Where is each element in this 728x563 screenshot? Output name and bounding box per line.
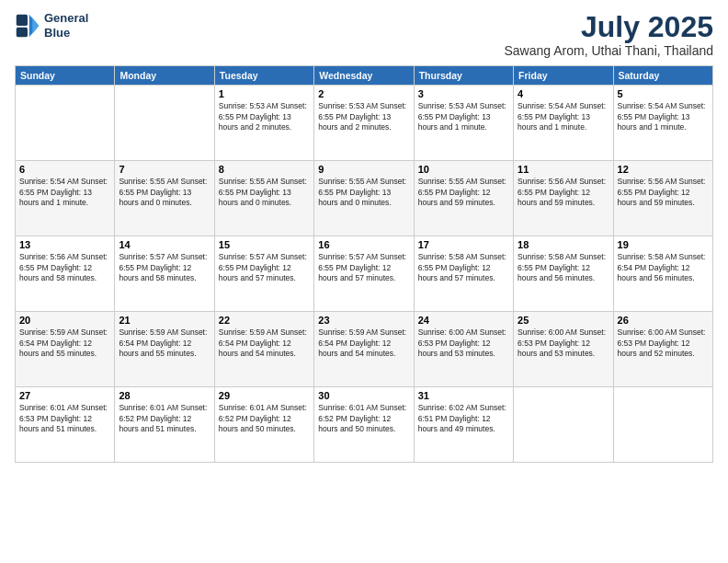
day-info: Sunrise: 5:55 AM Sunset: 6:55 PM Dayligh… [318, 177, 409, 208]
calendar-cell: 17Sunrise: 5:58 AM Sunset: 6:55 PM Dayli… [414, 236, 513, 312]
calendar-cell [613, 387, 712, 463]
svg-rect-2 [17, 27, 28, 37]
day-number: 21 [119, 315, 210, 326]
day-info: Sunrise: 5:59 AM Sunset: 6:54 PM Dayligh… [219, 327, 310, 359]
day-info: Sunrise: 5:58 AM Sunset: 6:54 PM Dayligh… [618, 252, 709, 283]
calendar-cell: 7Sunrise: 5:55 AM Sunset: 6:55 PM Daylig… [115, 161, 214, 236]
day-info: Sunrise: 5:58 AM Sunset: 6:55 PM Dayligh… [518, 252, 609, 283]
calendar-cell: 30Sunrise: 6:01 AM Sunset: 6:52 PM Dayli… [314, 387, 414, 463]
logo: General Blue [15, 11, 88, 40]
col-wednesday: Wednesday [314, 66, 414, 86]
day-info: Sunrise: 5:54 AM Sunset: 6:55 PM Dayligh… [618, 101, 709, 132]
day-number: 1 [219, 88, 310, 99]
day-number: 31 [418, 390, 509, 401]
calendar-cell [514, 387, 613, 463]
col-friday: Friday [514, 66, 613, 86]
calendar-cell: 16Sunrise: 5:57 AM Sunset: 6:55 PM Dayli… [314, 236, 414, 312]
day-number: 2 [318, 88, 409, 99]
svg-rect-1 [17, 14, 28, 25]
calendar-cell: 29Sunrise: 6:01 AM Sunset: 6:52 PM Dayli… [214, 387, 313, 463]
calendar-cell: 20Sunrise: 5:59 AM Sunset: 6:54 PM Dayli… [16, 312, 115, 387]
calendar-cell: 3Sunrise: 5:53 AM Sunset: 6:55 PM Daylig… [414, 86, 513, 161]
day-number: 23 [318, 315, 409, 326]
calendar-cell: 10Sunrise: 5:55 AM Sunset: 6:55 PM Dayli… [414, 161, 513, 236]
calendar-cell: 21Sunrise: 5:59 AM Sunset: 6:54 PM Dayli… [115, 312, 214, 387]
day-number: 20 [19, 315, 110, 326]
day-number: 11 [518, 164, 609, 175]
calendar-cell: 14Sunrise: 5:57 AM Sunset: 6:55 PM Dayli… [115, 236, 214, 312]
day-number: 24 [418, 315, 509, 326]
calendar-cell [115, 86, 214, 161]
col-thursday: Thursday [414, 66, 513, 86]
calendar-cell: 26Sunrise: 6:00 AM Sunset: 6:53 PM Dayli… [613, 312, 712, 387]
calendar-cell: 27Sunrise: 6:01 AM Sunset: 6:53 PM Dayli… [16, 387, 115, 463]
calendar-cell: 25Sunrise: 6:00 AM Sunset: 6:53 PM Dayli… [514, 312, 613, 387]
calendar-cell: 9Sunrise: 5:55 AM Sunset: 6:55 PM Daylig… [314, 161, 414, 236]
day-info: Sunrise: 6:01 AM Sunset: 6:53 PM Dayligh… [19, 403, 110, 434]
day-number: 27 [19, 390, 110, 401]
calendar-cell: 8Sunrise: 5:55 AM Sunset: 6:55 PM Daylig… [214, 161, 313, 236]
calendar-week-1: 1Sunrise: 5:53 AM Sunset: 6:55 PM Daylig… [16, 86, 713, 161]
day-number: 3 [418, 88, 509, 99]
calendar-cell: 15Sunrise: 5:57 AM Sunset: 6:55 PM Dayli… [214, 236, 313, 312]
title-block: July 2025 Sawang Arom, Uthai Thani, Thai… [504, 11, 713, 58]
page-header: General Blue July 2025 Sawang Arom, Utha… [15, 11, 713, 58]
day-number: 25 [518, 315, 609, 326]
day-info: Sunrise: 5:53 AM Sunset: 6:55 PM Dayligh… [318, 101, 409, 132]
col-saturday: Saturday [613, 66, 712, 86]
day-info: Sunrise: 5:59 AM Sunset: 6:54 PM Dayligh… [318, 327, 409, 359]
day-info: Sunrise: 6:01 AM Sunset: 6:52 PM Dayligh… [318, 403, 409, 434]
day-number: 7 [119, 164, 210, 175]
col-monday: Monday [115, 66, 214, 86]
day-info: Sunrise: 5:59 AM Sunset: 6:54 PM Dayligh… [119, 327, 210, 359]
day-number: 12 [618, 164, 709, 175]
calendar-cell: 24Sunrise: 6:00 AM Sunset: 6:53 PM Dayli… [414, 312, 513, 387]
day-info: Sunrise: 6:00 AM Sunset: 6:53 PM Dayligh… [518, 327, 609, 359]
month-title: July 2025 [504, 11, 713, 43]
calendar-cell: 22Sunrise: 5:59 AM Sunset: 6:54 PM Dayli… [214, 312, 313, 387]
day-info: Sunrise: 5:55 AM Sunset: 6:55 PM Dayligh… [219, 177, 310, 208]
day-info: Sunrise: 5:57 AM Sunset: 6:55 PM Dayligh… [219, 252, 310, 283]
day-info: Sunrise: 5:53 AM Sunset: 6:55 PM Dayligh… [219, 101, 310, 132]
logo-text: General Blue [44, 11, 88, 40]
day-info: Sunrise: 5:56 AM Sunset: 6:55 PM Dayligh… [518, 177, 609, 208]
day-number: 16 [318, 239, 409, 250]
day-info: Sunrise: 5:57 AM Sunset: 6:55 PM Dayligh… [318, 252, 409, 283]
day-info: Sunrise: 6:01 AM Sunset: 6:52 PM Dayligh… [219, 403, 310, 434]
day-number: 14 [119, 239, 210, 250]
day-info: Sunrise: 5:55 AM Sunset: 6:55 PM Dayligh… [418, 177, 509, 208]
day-number: 9 [318, 164, 409, 175]
calendar-cell: 12Sunrise: 5:56 AM Sunset: 6:55 PM Dayli… [613, 161, 712, 236]
day-number: 15 [219, 239, 310, 250]
calendar-cell: 31Sunrise: 6:02 AM Sunset: 6:51 PM Dayli… [414, 387, 513, 463]
day-number: 10 [418, 164, 509, 175]
day-number: 4 [518, 88, 609, 99]
day-number: 22 [219, 315, 310, 326]
calendar-cell: 18Sunrise: 5:58 AM Sunset: 6:55 PM Dayli… [514, 236, 613, 312]
col-sunday: Sunday [16, 66, 115, 86]
day-number: 26 [618, 315, 709, 326]
day-info: Sunrise: 5:56 AM Sunset: 6:55 PM Dayligh… [618, 177, 709, 208]
day-number: 18 [518, 239, 609, 250]
calendar-cell: 1Sunrise: 5:53 AM Sunset: 6:55 PM Daylig… [214, 86, 313, 161]
day-info: Sunrise: 5:58 AM Sunset: 6:55 PM Dayligh… [418, 252, 509, 283]
day-number: 5 [618, 88, 709, 99]
day-info: Sunrise: 5:57 AM Sunset: 6:55 PM Dayligh… [119, 252, 210, 283]
col-tuesday: Tuesday [214, 66, 313, 86]
day-info: Sunrise: 5:56 AM Sunset: 6:55 PM Dayligh… [19, 252, 110, 283]
day-number: 8 [219, 164, 310, 175]
calendar-week-3: 13Sunrise: 5:56 AM Sunset: 6:55 PM Dayli… [16, 236, 713, 312]
day-number: 29 [219, 390, 310, 401]
calendar-week-4: 20Sunrise: 5:59 AM Sunset: 6:54 PM Dayli… [16, 312, 713, 387]
day-number: 6 [19, 164, 110, 175]
calendar-week-5: 27Sunrise: 6:01 AM Sunset: 6:53 PM Dayli… [16, 387, 713, 463]
calendar-cell: 5Sunrise: 5:54 AM Sunset: 6:55 PM Daylig… [613, 86, 712, 161]
calendar-cell [16, 86, 115, 161]
day-info: Sunrise: 6:00 AM Sunset: 6:53 PM Dayligh… [418, 327, 509, 359]
location-title: Sawang Arom, Uthai Thani, Thailand [504, 43, 713, 58]
day-info: Sunrise: 5:54 AM Sunset: 6:55 PM Dayligh… [518, 101, 609, 132]
day-number: 19 [618, 239, 709, 250]
calendar-cell: 4Sunrise: 5:54 AM Sunset: 6:55 PM Daylig… [514, 86, 613, 161]
calendar-cell: 19Sunrise: 5:58 AM Sunset: 6:54 PM Dayli… [613, 236, 712, 312]
day-info: Sunrise: 5:54 AM Sunset: 6:55 PM Dayligh… [19, 177, 110, 208]
